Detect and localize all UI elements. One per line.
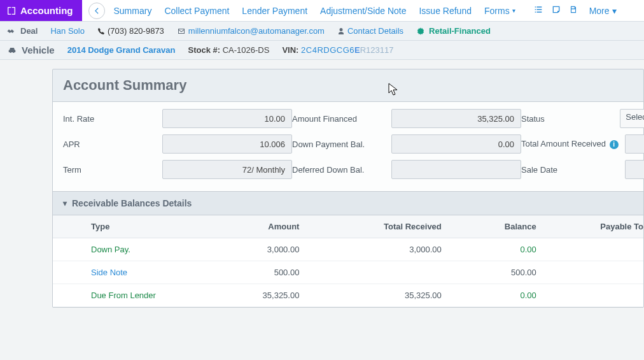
vehicle-label: Vehicle — [6, 45, 55, 55]
label-total-received: Total Amount Received i — [521, 139, 619, 149]
handshake-icon — [6, 26, 17, 36]
chevron-down-icon: ▾ — [63, 199, 67, 208]
vin-seg-c: R123117 — [360, 45, 394, 55]
receivables-table: Type Amount Total Received Balance Payab… — [53, 215, 643, 307]
caret-down-icon: ▾ — [512, 7, 515, 14]
customer-name-link[interactable]: Han Solo — [50, 26, 84, 36]
arrow-left-icon — [92, 6, 101, 15]
row-down-balance: Down Payment Bal. 0.00 — [292, 134, 521, 154]
receivables-title: Receivable Balances Details — [72, 198, 192, 208]
brand-badge: Accounting — [0, 0, 82, 21]
info-icon[interactable]: i — [610, 140, 619, 149]
book-icon — [6, 6, 17, 16]
back-button[interactable] — [88, 3, 105, 19]
row-deferred-down: Deferred Down Bal. — [292, 159, 521, 180]
summary-col-2: Amount Financed 35,325.00 Down Payment B… — [292, 108, 521, 180]
deal-label-text: Deal — [20, 26, 38, 36]
nav-collect-payment[interactable]: Collect Payment — [164, 6, 229, 16]
contact-details-link[interactable]: Contact Details — [337, 26, 403, 36]
col-total: Total Received — [309, 215, 451, 238]
car-icon — [6, 46, 18, 55]
vehicle-label-text: Vehicle — [22, 45, 55, 55]
retail-financed-text: Retail-Financed — [429, 26, 491, 36]
cell-total — [309, 261, 451, 284]
nav-summary[interactable]: Summary — [114, 6, 152, 16]
customer-email-link[interactable]: millenniumfalcon@automanager.com — [177, 26, 325, 36]
summary-col-1: Int. Rate 10.00 APR 10.006 Term 72/ Mont… — [63, 108, 292, 180]
label-apr: APR — [63, 140, 156, 149]
field-sale-date[interactable] — [625, 160, 644, 179]
list-icon[interactable] — [533, 4, 543, 17]
nav-forms-dropdown[interactable]: Forms ▾ — [484, 6, 515, 16]
contact-details-text: Contact Details — [347, 26, 403, 36]
label-down-balance: Down Payment Bal. — [292, 140, 385, 149]
phone-text: (703) 820-9873 — [108, 26, 164, 36]
field-status-select[interactable]: Select — [620, 109, 644, 128]
field-deferred-down[interactable] — [391, 160, 521, 179]
cell-payable-to — [547, 261, 643, 284]
table-row: Down Pay.3,000.003,000.000.00 — [53, 238, 643, 261]
cell-amount: 3,000.00 — [206, 238, 309, 261]
top-nav: Accounting Summary Collect Payment Lende… — [0, 0, 644, 22]
cell-amount: 35,325.00 — [206, 284, 309, 307]
caret-down-icon: ▾ — [612, 6, 617, 16]
stock-number: Stock #: CA-1026-DS — [188, 45, 270, 55]
retail-financed-link[interactable]: Retail-Financed — [416, 26, 491, 36]
cell-balance: 0.00 — [452, 284, 547, 307]
nav-adjustment[interactable]: Adjustment/Side Note — [320, 6, 406, 16]
person-icon — [337, 27, 345, 35]
deal-label: Deal — [6, 26, 38, 36]
field-down-balance[interactable]: 0.00 — [391, 134, 521, 154]
account-summary-card: Account Summary Int. Rate 10.00 APR 10.0… — [52, 69, 644, 308]
nav-lender-payment[interactable]: Lender Payment — [242, 6, 307, 16]
col-payable-to: Payable To — [547, 215, 643, 238]
mail-icon — [177, 27, 186, 35]
col-type: Type — [53, 215, 206, 238]
vin-label: VIN: — [282, 45, 298, 55]
nav-forms-label: Forms — [484, 6, 510, 16]
cell-payable-to — [547, 284, 643, 307]
cell-type: Down Pay. — [53, 238, 206, 261]
row-sale-date: Sale Date — [521, 159, 644, 180]
gear-burst-icon — [416, 27, 425, 36]
row-int-rate: Int. Rate 10.00 — [63, 108, 292, 129]
cell-total: 3,000.00 — [309, 238, 451, 261]
deal-bar: Deal Han Solo (703) 820-9873 millenniumf… — [0, 22, 644, 41]
nav-links: Summary Collect Payment Lender Payment A… — [111, 0, 515, 21]
field-amount-financed[interactable]: 35,325.00 — [391, 109, 521, 128]
cell-type: Due From Lender — [53, 284, 206, 307]
cell-type[interactable]: Side Note — [53, 261, 206, 284]
field-int-rate[interactable]: 10.00 — [162, 109, 292, 128]
field-term[interactable]: 72/ Monthly — [162, 160, 292, 179]
receivables-header[interactable]: ▾ Receivable Balances Details — [53, 192, 643, 215]
row-apr: APR 10.006 — [63, 134, 292, 154]
field-total-received[interactable] — [625, 134, 644, 154]
col-balance: Balance — [452, 215, 547, 238]
field-apr[interactable]: 10.006 — [162, 134, 292, 154]
table-row: Due From Lender35,325.0035,325.000.00 — [53, 284, 643, 307]
table-row: Side Note500.00500.00 — [53, 261, 643, 284]
nav-more-dropdown[interactable]: More ▾ — [589, 0, 617, 21]
row-term: Term 72/ Monthly — [63, 159, 292, 180]
note-icon[interactable] — [551, 4, 561, 17]
stock-value: CA-1026-DS — [223, 45, 270, 55]
phone-icon — [97, 27, 105, 35]
label-total-received-text: Total Amount Received — [521, 139, 606, 148]
label-term: Term — [63, 165, 156, 175]
cell-balance: 0.00 — [452, 238, 547, 261]
row-status: Status Select — [521, 108, 644, 129]
vin: VIN: 2C4RDGCG6ER123117 — [282, 45, 393, 55]
vin-seg-a: 2C4RDGCG6 — [301, 45, 354, 55]
save-icon[interactable] — [569, 5, 578, 16]
vin-seg-b: E — [354, 45, 360, 55]
nav-issue-refund[interactable]: Issue Refund — [419, 6, 472, 16]
vehicle-name-link[interactable]: 2014 Dodge Grand Caravan — [67, 45, 176, 55]
label-status: Status — [521, 114, 613, 124]
account-summary-title: Account Summary — [53, 69, 643, 102]
row-amount-financed: Amount Financed 35,325.00 — [292, 108, 521, 129]
cell-payable-to — [547, 238, 643, 261]
cell-balance: 500.00 — [452, 261, 547, 284]
vehicle-bar: Vehicle 2014 Dodge Grand Caravan Stock #… — [0, 41, 644, 60]
label-int-rate: Int. Rate — [63, 114, 156, 124]
summary-col-3: Status Select Total Amount Received i Sa… — [521, 108, 644, 180]
